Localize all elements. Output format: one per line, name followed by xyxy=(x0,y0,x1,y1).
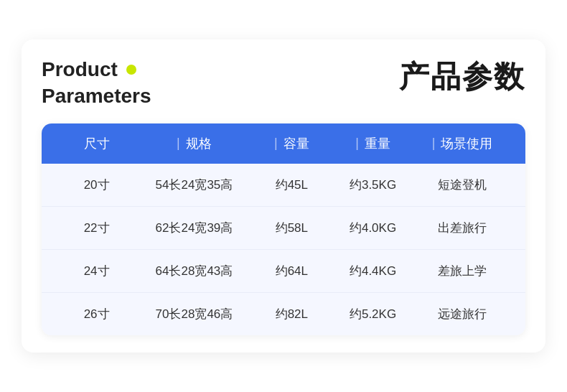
col-weight: | 重量 xyxy=(332,135,413,152)
cell-weight-3: 约5.2KG xyxy=(332,306,413,322)
table-row: 26寸 70长28宽46高 约82L 约5.2KG 远途旅行 xyxy=(42,293,525,335)
cell-weight-2: 约4.4KG xyxy=(332,263,413,279)
separator-2: | xyxy=(274,136,278,151)
cell-capacity-2: 约64L xyxy=(251,263,332,279)
title-en-line2: Parameters xyxy=(42,85,151,107)
cell-scene-1: 出差旅行 xyxy=(413,220,511,236)
separator-4: | xyxy=(432,136,436,151)
col-scene: | 场景使用 xyxy=(413,135,511,152)
product-parameters-card: Product Parameters 产品参数 尺寸 | 规格 | 容量 | 重… xyxy=(22,39,545,353)
cell-spec-1: 62长24宽39高 xyxy=(137,220,251,236)
cell-size-1: 22寸 xyxy=(56,220,137,236)
col-capacity: | 容量 xyxy=(251,135,332,152)
cell-spec-0: 54长24宽35高 xyxy=(137,177,251,193)
col-spec: | 规格 xyxy=(137,135,251,152)
table-header-row: 尺寸 | 规格 | 容量 | 重量 | 场景使用 xyxy=(42,123,525,164)
cell-capacity-1: 约58L xyxy=(251,220,332,236)
separator-1: | xyxy=(177,136,180,151)
cell-size-2: 24寸 xyxy=(56,263,137,279)
table-row: 22寸 62长24宽39高 约58L 约4.0KG 出差旅行 xyxy=(42,207,525,250)
cell-size-3: 26寸 xyxy=(56,306,137,322)
cell-spec-3: 70长28宽46高 xyxy=(137,306,251,322)
cell-capacity-3: 约82L xyxy=(251,306,332,322)
table-row: 24寸 64长28宽43高 约64L 约4.4KG 差旅上学 xyxy=(42,250,525,293)
cell-size-0: 20寸 xyxy=(56,177,137,193)
cell-weight-1: 约4.0KG xyxy=(332,220,413,236)
title-en-line1: Product xyxy=(42,58,118,80)
table-body: 20寸 54长24宽35高 约45L 约3.5KG 短途登机 22寸 62长24… xyxy=(42,164,525,335)
title-chinese: 产品参数 xyxy=(399,57,525,97)
table-row: 20寸 54长24宽35高 约45L 约3.5KG 短途登机 xyxy=(42,164,525,207)
cell-capacity-0: 约45L xyxy=(251,177,332,193)
separator-3: | xyxy=(355,136,359,151)
cell-spec-2: 64长28宽43高 xyxy=(137,263,251,279)
parameters-table: 尺寸 | 规格 | 容量 | 重量 | 场景使用 20寸 54长24宽35高 xyxy=(42,123,525,335)
header: Product Parameters 产品参数 xyxy=(42,57,525,109)
col-size: 尺寸 xyxy=(56,135,137,152)
cell-scene-2: 差旅上学 xyxy=(413,263,511,279)
yellow-dot xyxy=(126,65,136,75)
cell-weight-0: 约3.5KG xyxy=(332,177,413,193)
cell-scene-0: 短途登机 xyxy=(413,177,511,193)
title-english: Product Parameters xyxy=(42,57,151,109)
cell-scene-3: 远途旅行 xyxy=(413,306,511,322)
